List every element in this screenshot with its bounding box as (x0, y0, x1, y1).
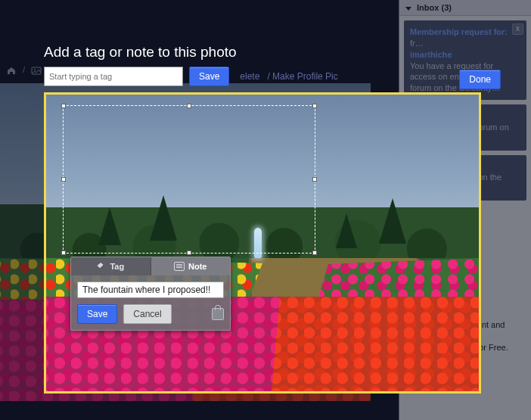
tab-tag[interactable]: Tag (71, 257, 151, 275)
resize-handle-n[interactable] (187, 104, 191, 108)
overlay-title: Add a tag or note to this photo (44, 44, 510, 61)
home-icon[interactable] (6, 66, 17, 75)
chevron-down-icon (405, 7, 411, 11)
photo-icon[interactable] (31, 66, 42, 75)
resize-handle-nw[interactable] (61, 104, 66, 108)
selection-rectangle[interactable] (63, 105, 315, 254)
breadcrumb: / (6, 65, 42, 75)
inbox-item-title: Membership request for: (410, 27, 508, 36)
note-save-button[interactable]: Save (77, 304, 117, 324)
resize-handle-se[interactable] (312, 250, 317, 255)
save-tag-button[interactable]: Save (189, 67, 229, 86)
tag-input[interactable] (44, 67, 183, 86)
note-input[interactable] (77, 282, 224, 298)
inbox-header[interactable]: Inbox (3) (399, 0, 531, 16)
photo-frame: Tag Note Save Cancel (44, 92, 481, 394)
tab-note[interactable]: Note (151, 257, 231, 275)
resize-handle-e[interactable] (312, 177, 317, 182)
resize-handle-w[interactable] (61, 177, 66, 182)
resize-handle-ne[interactable] (312, 104, 317, 108)
done-button[interactable]: Done (459, 70, 501, 89)
tag-icon (97, 263, 106, 270)
svg-point-1 (34, 69, 36, 70)
note-cancel-button[interactable]: Cancel (123, 304, 171, 324)
close-icon[interactable]: x (512, 23, 523, 35)
inbox-count: (3) (441, 3, 451, 12)
resize-handle-s[interactable] (187, 250, 191, 255)
privacy-icon[interactable] (212, 308, 224, 320)
inbox-title: Inbox (417, 3, 439, 12)
note-panel: Tag Note Save Cancel (70, 257, 231, 331)
resize-handle-sw[interactable] (61, 250, 66, 255)
ghost-toolbar-text: elete / Make Profile Pic (240, 71, 337, 82)
tab-tag-label: Tag (110, 262, 124, 271)
note-icon (174, 262, 185, 271)
breadcrumb-sep: / (23, 65, 25, 74)
tab-note-label: Note (188, 262, 206, 271)
tag-note-overlay: Add a tag or note to this photo Save ele… (44, 44, 510, 394)
